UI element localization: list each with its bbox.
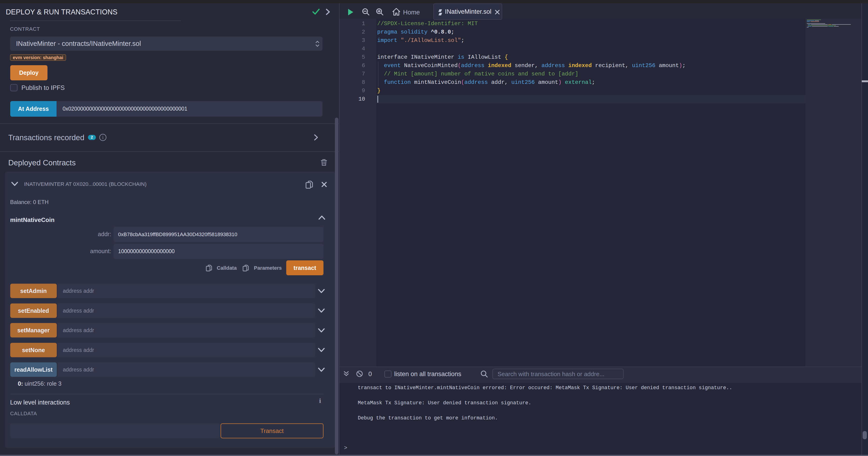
svg-text:i: i (102, 135, 103, 140)
